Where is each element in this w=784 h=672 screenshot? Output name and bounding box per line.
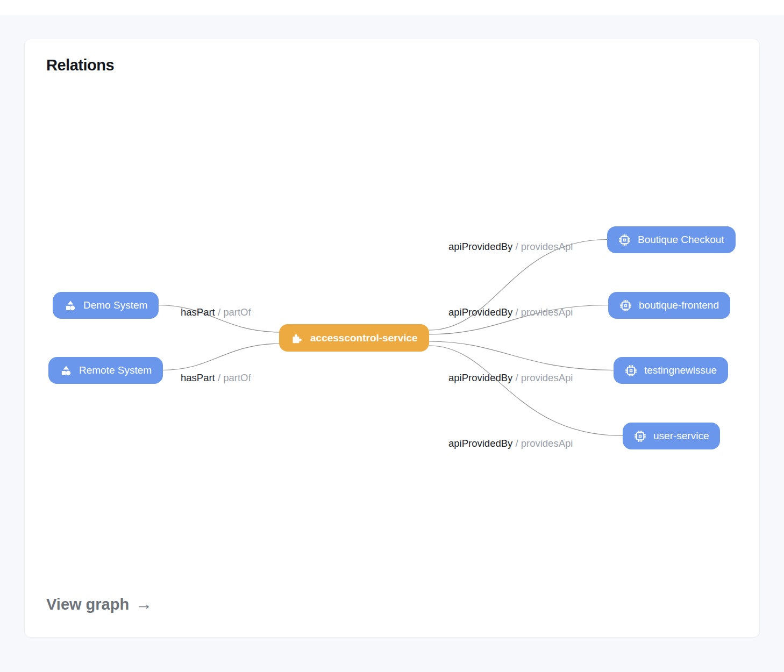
edge-label-haspart-1: hasPart / partOf (181, 306, 251, 318)
node-boutique-frontend[interactable]: boutique-frontend (608, 292, 730, 319)
chip-icon (634, 430, 646, 442)
card-title: Relations (46, 56, 114, 74)
node-label: boutique-frontend (639, 299, 719, 311)
node-demo-system[interactable]: Demo System (53, 292, 159, 319)
edge-center-to-testingnewissue (429, 341, 614, 370)
edge-remote-to-center (162, 344, 280, 370)
relations-card: Relations Demo System (24, 39, 760, 638)
puzzle-icon (290, 332, 303, 345)
node-label: Boutique Checkout (638, 234, 724, 246)
edge-label-apiprovidedby-4: apiProvidedBy / providesApi (448, 438, 573, 449)
view-graph-label: View graph (46, 596, 129, 613)
node-testingnewissue[interactable]: testingnewissue (614, 357, 728, 384)
system-shapes-icon (60, 364, 72, 377)
relations-diagram-canvas: Relations Demo System (25, 39, 759, 637)
node-label: user-service (653, 430, 709, 442)
edge-label-apiprovidedby-3: apiProvidedBy / providesApi (448, 372, 573, 384)
view-graph-link[interactable]: View graph → (46, 595, 152, 614)
node-label: testingnewissue (644, 364, 717, 376)
node-label: accesscontrol-service (310, 332, 418, 344)
edge-label-apiprovidedby-2: apiProvidedBy / providesApi (448, 306, 573, 318)
node-user-service[interactable]: user-service (623, 423, 720, 449)
node-remote-system[interactable]: Remote System (48, 357, 163, 384)
node-boutique-checkout[interactable]: Boutique Checkout (607, 226, 736, 253)
node-label: Remote System (79, 364, 152, 376)
node-accesscontrol-service[interactable]: accesscontrol-service (279, 324, 429, 352)
top-strip (0, 0, 784, 15)
chip-icon (625, 364, 637, 377)
chip-icon (618, 234, 631, 246)
arrow-right-icon: → (136, 595, 152, 614)
edge-label-haspart-2: hasPart / partOf (181, 372, 251, 384)
chip-icon (619, 299, 632, 312)
node-label: Demo System (83, 299, 147, 311)
system-shapes-icon (64, 299, 76, 312)
edge-label-apiprovidedby-1: apiProvidedBy / providesApi (448, 241, 573, 253)
